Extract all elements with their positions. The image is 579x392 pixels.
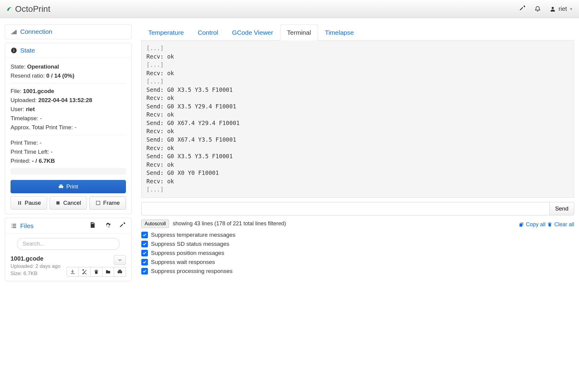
connection-panel: Connection — [5, 24, 132, 39]
clear-all-link[interactable]: Clear all — [547, 221, 574, 228]
checkbox-checked-icon[interactable] — [141, 241, 148, 247]
state-header[interactable]: State — [5, 43, 131, 58]
filter-checkbox-row[interactable]: Suppress temperature messages — [141, 232, 574, 238]
download-icon — [70, 269, 75, 275]
terminal-line: Recv: ok — [146, 144, 569, 153]
files-header[interactable]: Files — [11, 222, 34, 230]
notifications-icon[interactable] — [534, 5, 541, 13]
terminal-line: Recv: ok — [146, 53, 569, 61]
brand-name: OctoPrint — [15, 4, 50, 14]
filter-label: Suppress SD status messages — [151, 241, 229, 247]
tab-timelapse[interactable]: Timelapse — [318, 24, 361, 40]
filter-checkbox-row[interactable]: Suppress wait responses — [141, 259, 574, 265]
checkbox-checked-icon[interactable] — [141, 232, 148, 238]
file-entry[interactable]: 1001.gcode Uploaded: 2 days ago Size: 6.… — [11, 255, 126, 277]
terminal-line: Recv: ok — [146, 177, 569, 186]
svg-rect-4 — [96, 201, 100, 205]
progress-bar — [11, 168, 126, 175]
terminal-line: [...] — [146, 44, 569, 53]
filter-label: Suppress position messages — [151, 250, 224, 256]
brand[interactable]: OctoPrint — [6, 4, 50, 14]
filter-label: Suppress wait responses — [151, 259, 215, 265]
trash-icon — [94, 269, 99, 275]
terminal-line: Send: G0 X3.5 Y3.5 F10001 — [146, 152, 569, 161]
svg-rect-2 — [14, 49, 14, 50]
copy-all-link[interactable]: Copy all — [519, 221, 545, 228]
tab-temperature[interactable]: Temperature — [141, 24, 191, 40]
copy-icon — [519, 222, 524, 227]
frame-button[interactable]: Frame — [89, 196, 126, 210]
terminal-line: Send: G0 X67.4 Y29.4 F10001 — [146, 119, 569, 127]
settings-icon[interactable] — [519, 5, 526, 13]
terminal-command-input[interactable] — [141, 202, 550, 215]
autoscroll-button[interactable]: Autoscroll — [141, 220, 169, 228]
terminal-line: [...] — [146, 61, 569, 69]
frame-icon — [95, 200, 101, 206]
terminal-line: Send: G0 X3.5 Y29.4 F10001 — [146, 102, 569, 111]
scissors-icon — [82, 269, 87, 275]
terminal-output: [...]Recv: ok[...]Recv: ok[...]Send: G0 … — [141, 40, 574, 198]
tabs: Temperature Control GCode Viewer Termina… — [141, 24, 574, 40]
user-icon — [549, 6, 556, 12]
terminal-line: Recv: ok — [146, 127, 569, 136]
terminal-showing-status: showing 43 lines (178 of 221 total lines… — [173, 220, 286, 227]
tab-gcode-viewer[interactable]: GCode Viewer — [225, 24, 280, 40]
filter-label: Suppress temperature messages — [151, 232, 235, 238]
file-delete-button[interactable] — [91, 267, 102, 277]
octoprint-logo-icon — [6, 6, 13, 12]
cancel-button[interactable]: Cancel — [50, 196, 87, 210]
file-print-button[interactable] — [114, 267, 126, 277]
navbar: OctoPrint riet ▼ — [0, 0, 579, 18]
trash-icon — [547, 222, 552, 227]
tab-terminal[interactable]: Terminal — [280, 24, 318, 40]
file-name: 1001.gcode — [11, 255, 126, 262]
terminal-line: Recv: ok — [146, 69, 569, 78]
username: riet — [558, 5, 567, 12]
terminal-line: Send: G0 X0 Y0 F10001 — [146, 169, 569, 177]
send-button[interactable]: Send — [550, 202, 574, 215]
terminal-line: Recv: ok — [146, 161, 569, 169]
file-download-button[interactable] — [67, 267, 79, 277]
state-panel: State State: Operational Resend ratio: 0… — [5, 43, 132, 214]
print-icon — [58, 184, 64, 189]
file-expand-button[interactable] — [114, 255, 126, 265]
signal-icon — [11, 28, 17, 35]
chevron-down-icon — [117, 257, 123, 263]
filter-label: Suppress processing responses — [151, 268, 232, 275]
file-slice-button[interactable] — [79, 267, 91, 277]
list-icon — [11, 223, 17, 229]
stop-icon — [55, 200, 61, 206]
files-search-input[interactable] — [17, 238, 120, 250]
checkbox-checked-icon[interactable] — [141, 250, 148, 256]
file-load-button[interactable] — [102, 267, 114, 277]
files-panel: Files 1001.gcode Uploaded: 2 days — [5, 218, 132, 281]
checkbox-checked-icon[interactable] — [141, 268, 148, 275]
printer-icon — [117, 269, 123, 275]
terminal-filter-list: Suppress temperature messagesSuppress SD… — [141, 232, 574, 275]
terminal-line: Recv: ok — [146, 111, 569, 119]
terminal-line: Recv: ok — [146, 94, 569, 102]
user-menu[interactable]: riet ▼ — [549, 5, 573, 12]
checkbox-checked-icon[interactable] — [141, 259, 148, 265]
info-icon — [11, 47, 17, 54]
print-button[interactable]: Print — [11, 180, 126, 193]
terminal-line: Send: G0 X3.5 Y3.5 F10001 — [146, 86, 569, 94]
filter-checkbox-row[interactable]: Suppress position messages — [141, 250, 574, 256]
connection-header[interactable]: Connection — [5, 24, 131, 39]
terminal-line: Send: G0 X67.4 Y3.5 F10001 — [146, 136, 569, 144]
filter-checkbox-row[interactable]: Suppress processing responses — [141, 268, 574, 275]
folder-icon — [105, 269, 111, 275]
pause-icon — [17, 200, 22, 206]
filter-checkbox-row[interactable]: Suppress SD status messages — [141, 241, 574, 247]
wrench-icon[interactable] — [119, 222, 126, 230]
svg-rect-3 — [56, 201, 60, 205]
svg-rect-1 — [14, 50, 14, 52]
tab-control[interactable]: Control — [191, 24, 225, 40]
caret-down-icon: ▼ — [569, 7, 573, 11]
pause-button[interactable]: Pause — [11, 196, 47, 210]
nav-right: riet ▼ — [519, 5, 573, 13]
sd-icon[interactable] — [89, 222, 96, 230]
terminal-line: [...] — [146, 77, 569, 86]
refresh-icon[interactable] — [104, 222, 111, 230]
terminal-line: [...] — [146, 185, 569, 194]
